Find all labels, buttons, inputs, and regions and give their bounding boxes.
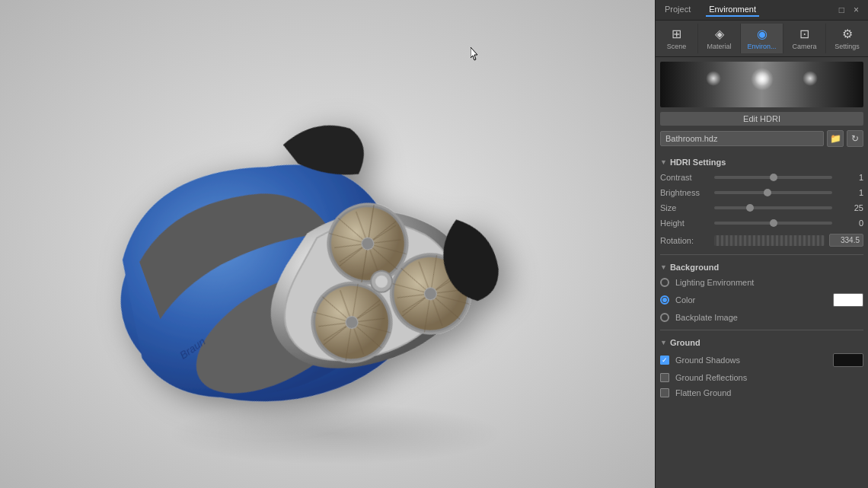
size-value: 25	[837, 203, 863, 212]
background-section: ▼ Background Lighting Environment Color …	[656, 257, 868, 328]
toolbar: ⊞ Scene ◈ Material ◉ Environ... ⊡ Camera…	[656, 21, 868, 57]
hdri-filename-input[interactable]	[660, 131, 824, 146]
panel-title-environment[interactable]: Environment	[706, 3, 759, 17]
height-row: Height 0	[660, 215, 863, 231]
ground-shadows-swatch[interactable]	[833, 353, 863, 367]
brightness-slider[interactable]	[714, 191, 832, 194]
panel-title-project[interactable]: Project	[662, 3, 694, 17]
ground-shadows-label: Ground Shadows	[675, 356, 827, 365]
ground-shadows-row: ✓ Ground Shadows	[660, 350, 863, 370]
ground-arrow: ▼	[660, 339, 667, 346]
color-swatch[interactable]	[833, 293, 863, 307]
hdri-refresh-button[interactable]: ↻	[847, 130, 863, 147]
toolbar-material[interactable]: ◈ Material	[698, 24, 741, 53]
flatten-ground-label: Flatten Ground	[675, 388, 863, 397]
panel-title-group: Project Environment	[662, 3, 759, 17]
material-icon: ◈	[715, 27, 724, 41]
panel-close-button[interactable]: ×	[850, 4, 862, 16]
size-slider[interactable]	[714, 206, 832, 209]
lighting-env-row: Lighting Environment	[660, 275, 863, 290]
hdri-light-center	[755, 71, 770, 86]
viewport[interactable]: Braun	[0, 0, 655, 488]
scene-icon: ⊞	[672, 27, 681, 41]
environment-icon: ◉	[757, 27, 767, 41]
edit-hdri-button[interactable]: Edit HDRI	[660, 112, 863, 126]
rotation-row: Rotation: 334.5	[660, 231, 863, 250]
lighting-env-radio[interactable]	[660, 278, 669, 287]
ground-header[interactable]: ▼ Ground	[660, 335, 863, 350]
contrast-label: Contrast	[660, 173, 710, 182]
contrast-thumb[interactable]	[770, 174, 777, 181]
ground-section: ▼ Ground ✓ Ground Shadows Ground Reflect…	[656, 332, 868, 403]
panel-controls: □ ×	[836, 4, 862, 16]
hdri-filename-row: 📁 ↻	[660, 130, 863, 147]
brightness-thumb[interactable]	[764, 189, 771, 196]
backplate-radio[interactable]	[660, 313, 669, 322]
toolbar-environment-label: Environ...	[747, 43, 776, 50]
ground-title: Ground	[670, 338, 700, 347]
brightness-label: Brightness	[660, 188, 710, 197]
rotation-label: Rotation:	[660, 236, 710, 245]
toolbar-scene-label: Scene	[667, 43, 687, 50]
toolbar-scene[interactable]: ⊞ Scene	[656, 24, 698, 53]
backplate-row: Backplate Image	[660, 310, 863, 325]
settings-icon: ⚙	[842, 27, 853, 41]
ground-shadows-checkbox[interactable]: ✓	[660, 356, 669, 365]
color-label: Color	[675, 295, 827, 305]
size-row: Size 25	[660, 200, 863, 215]
hdri-settings-header[interactable]: ▼ HDRI Settings	[660, 155, 863, 170]
hdri-settings-section: ▼ HDRI Settings Contrast 1 Brightness 1	[656, 152, 868, 253]
height-thumb[interactable]	[770, 219, 777, 227]
contrast-value: 1	[837, 173, 863, 182]
flatten-ground-row: Flatten Ground	[660, 385, 863, 400]
camera-icon: ⊡	[799, 27, 809, 41]
toolbar-settings-label: Settings	[834, 43, 860, 50]
lighting-env-label: Lighting Environment	[675, 278, 863, 287]
toolbar-environment[interactable]: ◉ Environ...	[741, 24, 783, 53]
background-header[interactable]: ▼ Background	[660, 260, 863, 275]
hdri-light-left	[706, 71, 721, 86]
color-radio-dot	[662, 298, 667, 302]
height-label: Height	[660, 218, 710, 228]
background-title: Background	[670, 263, 719, 272]
hdri-preview	[660, 62, 863, 107]
brightness-value: 1	[837, 188, 863, 197]
size-thumb[interactable]	[746, 204, 754, 212]
contrast-slider[interactable]	[714, 176, 832, 179]
divider-1	[660, 254, 863, 255]
toolbar-camera[interactable]: ⊡ Camera	[783, 24, 826, 53]
color-row: Color	[660, 290, 863, 310]
color-radio[interactable]	[660, 295, 669, 305]
size-label: Size	[660, 203, 710, 212]
toolbar-camera-label: Camera	[792, 43, 816, 50]
divider-2	[660, 330, 863, 330]
height-slider[interactable]	[714, 222, 832, 225]
rotation-slider[interactable]	[714, 235, 825, 246]
contrast-row: Contrast 1	[660, 170, 863, 185]
ground-reflections-row: Ground Reflections	[660, 370, 863, 385]
flatten-ground-checkbox[interactable]	[660, 388, 669, 397]
rotation-value: 334.5	[829, 234, 863, 247]
panel-restore-button[interactable]: □	[836, 4, 847, 16]
hdri-folder-button[interactable]: 📁	[827, 130, 844, 147]
ground-reflections-label: Ground Reflections	[675, 373, 863, 382]
panel-header: Project Environment □ ×	[656, 0, 868, 21]
brightness-row: Brightness 1	[660, 185, 863, 200]
hdri-settings-arrow: ▼	[660, 158, 667, 166]
ground-reflections-checkbox[interactable]	[660, 373, 669, 382]
panel-content: Edit HDRI 📁 ↻ ▼ HDRI Settings Contrast 1	[656, 57, 868, 488]
toolbar-material-label: Material	[707, 43, 731, 50]
right-panel: Project Environment □ × ⊞ Scene ◈ Materi…	[655, 0, 868, 488]
hdri-settings-title: HDRI Settings	[670, 158, 726, 167]
hdri-light-right	[803, 71, 818, 86]
toolbar-settings[interactable]: ⚙ Settings	[826, 24, 868, 53]
height-value: 0	[837, 218, 863, 228]
background-arrow: ▼	[660, 263, 667, 271]
ground-shadows-check: ✓	[662, 357, 668, 364]
svg-point-1	[168, 403, 503, 464]
backplate-label: Backplate Image	[675, 313, 863, 322]
